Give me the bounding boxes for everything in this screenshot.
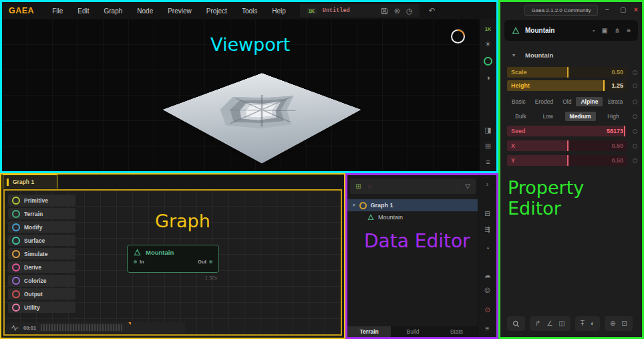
selection-scope-icon[interactable]: ◌	[367, 183, 371, 190]
viewport-3d-canvas[interactable]: Viewport	[2, 19, 479, 171]
section-header-mountain[interactable]: ▾ Mountain	[512, 51, 553, 59]
history-icon[interactable]: ◷	[406, 7, 413, 15]
tab-build[interactable]: Build	[391, 326, 434, 337]
category-utility[interactable]: Utility	[8, 302, 75, 313]
search-button[interactable]	[507, 316, 525, 331]
viewport-resolution-badge[interactable]: 1K	[485, 26, 492, 32]
tab-stats[interactable]: Stats	[435, 326, 478, 337]
bulk-medium[interactable]: Medium	[565, 112, 596, 121]
crosshair-icon[interactable]: ⊕	[610, 320, 615, 327]
droplet-timer-icon[interactable]: ◔	[478, 245, 496, 252]
build-icon[interactable]: ⊚	[394, 7, 400, 15]
style-strata[interactable]: Strata	[603, 97, 627, 106]
category-derive[interactable]: Derive	[8, 261, 75, 273]
menu-preview[interactable]: Preview	[160, 7, 199, 15]
output-port[interactable]: Out	[198, 259, 212, 265]
cloud-icon[interactable]: ☁	[478, 271, 496, 279]
style-reset-button[interactable]	[633, 100, 637, 104]
copy-icon[interactable]: ⊟	[478, 210, 496, 217]
flask-icon[interactable]: ⊙	[478, 306, 496, 314]
chevron-down-icon[interactable]: ▾	[353, 203, 355, 208]
y-reset-button[interactable]	[633, 158, 637, 163]
category-terrain[interactable]: Terrain	[8, 208, 75, 219]
flow-export-icon[interactable]: ⇶	[478, 226, 496, 233]
bulk-reset-button[interactable]	[633, 114, 637, 119]
type-icon[interactable]: Ŧ	[581, 320, 585, 327]
x-reset-button[interactable]	[633, 144, 637, 148]
tree-row-graph-1[interactable]: ▾ Graph 1	[347, 199, 478, 211]
output-icon	[12, 290, 20, 298]
style-basic[interactable]: Basic	[507, 97, 530, 106]
chevron-down-icon[interactable]: ▾	[593, 28, 595, 33]
close-button[interactable]: ×	[634, 5, 638, 15]
menu-file[interactable]: File	[45, 7, 70, 15]
category-primitive[interactable]: Primitive	[8, 195, 75, 206]
tone-icon[interactable]: ◐	[591, 320, 595, 327]
input-port[interactable]: In	[134, 259, 144, 265]
angle-icon[interactable]: ∠	[546, 320, 552, 327]
seed-reset-button[interactable]	[633, 129, 637, 134]
category-colorize[interactable]: Colorize	[8, 275, 75, 286]
x-slider[interactable]: X 0.50	[507, 140, 627, 151]
resolution-scrubber[interactable]	[41, 324, 122, 331]
modifier-button-group[interactable]: ↱ ∠ ◫	[530, 316, 571, 331]
expand-panel-icon[interactable]: ›	[478, 181, 496, 188]
menu-edit[interactable]: Edit	[70, 7, 96, 15]
mountain-node[interactable]: Mountain In Out 1.32s	[127, 245, 219, 273]
y-slider[interactable]: Y 0.50	[507, 155, 627, 166]
category-surface[interactable]: Surface	[8, 235, 75, 246]
view-button-group[interactable]: ⊕ ⊡	[605, 316, 633, 331]
tree-row-mountain[interactable]: Mountain	[347, 211, 478, 223]
height-slider[interactable]: Height 1.25	[507, 80, 627, 91]
panel-layout-icon[interactable]: ◨	[484, 126, 491, 134]
strip-menu-icon[interactable]: ≡	[478, 325, 496, 332]
bulk-low[interactable]: Low	[538, 112, 558, 121]
brightness-icon[interactable]: ☀	[485, 41, 492, 48]
scale-reset-button[interactable]	[633, 70, 637, 75]
derive-icon	[12, 263, 20, 271]
minimize-button[interactable]: −	[605, 5, 609, 15]
terrain-icon	[12, 210, 20, 218]
menu-node[interactable]: Node	[130, 7, 160, 15]
resolution-badge[interactable]: 1K	[307, 8, 317, 14]
style-eroded[interactable]: Eroded	[530, 97, 558, 106]
category-modify[interactable]: Modify	[8, 221, 75, 233]
viewport-menu-icon[interactable]: ≡	[486, 158, 490, 166]
fullscreen-icon[interactable]: ⊡	[621, 320, 627, 327]
grid-overlay-icon[interactable]: ⊞	[485, 142, 491, 150]
tab-graph-1[interactable]: Graph 1	[3, 175, 57, 189]
pause-icon[interactable]: ◫	[558, 320, 565, 327]
scale-slider[interactable]: Scale 0.50	[507, 67, 627, 78]
menu-project[interactable]: Project	[199, 7, 234, 15]
pin-tool-icon[interactable]: ⋔	[615, 27, 620, 34]
bomb-icon[interactable]: ◎	[478, 286, 496, 294]
property-editor-panel: Gaea 2.1.2.0 Community − ▢ × Mountain ▾ …	[498, 0, 644, 339]
menu-graph[interactable]: Graph	[96, 7, 130, 15]
style-alpine[interactable]: Alpine	[576, 97, 603, 106]
bulk-high[interactable]: High	[603, 112, 623, 121]
node-list-icon[interactable]: ⊞	[355, 183, 361, 190]
seed-slider[interactable]: Seed 58173	[507, 126, 627, 136]
save-icon[interactable]	[381, 7, 388, 15]
node-menu-icon[interactable]: ≡	[627, 27, 631, 34]
sphere-preview-icon[interactable]	[484, 57, 492, 66]
pulse-icon	[11, 325, 19, 331]
window-title-bar: Gaea 2.1.2.0 Community − ▢ ×	[500, 2, 642, 18]
category-simulate[interactable]: Simulate	[8, 248, 75, 259]
bent-arrow-icon[interactable]: ↱	[535, 320, 540, 327]
filter-icon[interactable]: ▽	[458, 183, 470, 190]
style-old[interactable]: Old	[558, 97, 576, 106]
menu-tools[interactable]: Tools	[234, 7, 265, 15]
tab-terrain[interactable]: Terrain	[347, 326, 391, 337]
maximize-button[interactable]: ▢	[620, 5, 626, 15]
display-button-group[interactable]: Ŧ ◐	[575, 316, 600, 331]
category-output[interactable]: Output	[8, 288, 75, 300]
document-title[interactable]: Untitled	[323, 7, 375, 14]
menu-help[interactable]: Help	[265, 7, 293, 15]
output-port-dot	[209, 260, 212, 263]
undo-icon[interactable]: ↶	[429, 6, 436, 15]
height-reset-button[interactable]	[633, 84, 637, 88]
node-graph-canvas[interactable]: Primitive Terrain Modify Surface Simulat…	[3, 189, 342, 336]
contrast-icon[interactable]: ◑	[486, 74, 490, 82]
preview-box-icon[interactable]: ▣	[601, 27, 607, 34]
